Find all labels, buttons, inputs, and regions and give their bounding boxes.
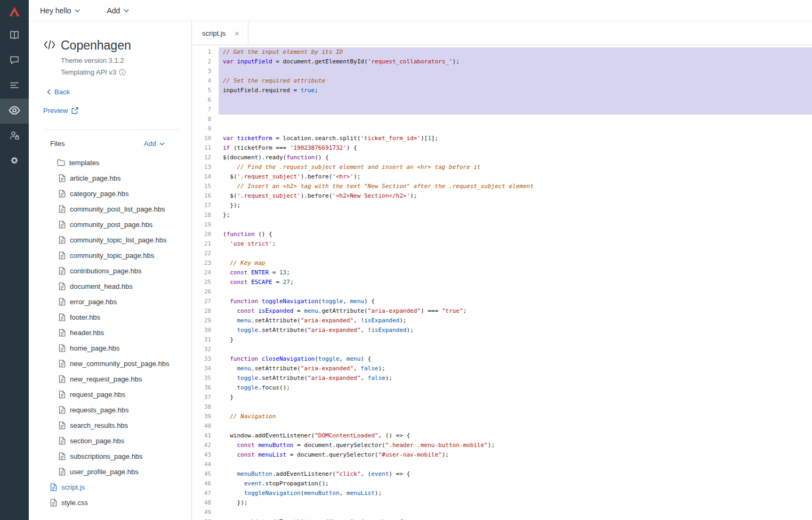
- code-line[interactable]: (function () {: [219, 230, 812, 239]
- code-line[interactable]: [219, 249, 812, 258]
- code-line[interactable]: 'use strict';: [219, 239, 812, 249]
- code-line[interactable]: [219, 460, 812, 469]
- code-line[interactable]: event.stopPropagation();: [219, 479, 812, 489]
- code-line[interactable]: }: [219, 335, 812, 345]
- file-item[interactable]: document_head.hbs: [29, 279, 191, 294]
- code-line[interactable]: // Set the required attribute: [219, 76, 812, 86]
- code-line[interactable]: [219, 220, 812, 230]
- folder-item[interactable]: templates: [29, 155, 191, 170]
- add-menu-dropdown[interactable]: Add: [107, 6, 129, 15]
- file-item[interactable]: header.hbs: [29, 325, 191, 340]
- file-item[interactable]: error_page.hbs: [29, 294, 191, 310]
- code-line[interactable]: function toggleNavigation(toggle, menu) …: [219, 297, 812, 306]
- file-item[interactable]: community_post_list_page.hbs: [29, 201, 191, 217]
- editor-tabbar: script.js ×: [192, 21, 812, 45]
- code-line[interactable]: [219, 67, 812, 76]
- code-line[interactable]: [219, 421, 812, 431]
- file-item[interactable]: contributions_page.hbs: [29, 263, 191, 279]
- file-item[interactable]: search_results.hbs: [29, 418, 191, 433]
- app-sidebar: [0, 0, 29, 520]
- file-item[interactable]: community_post_page.hbs: [29, 217, 191, 232]
- file-item[interactable]: request_page.hbs: [29, 387, 191, 402]
- code-line[interactable]: const ENTER = 13;: [219, 268, 812, 278]
- code-line[interactable]: // Find the .request_subject element and…: [219, 162, 812, 172]
- file-label: community_topic_page.hbs: [70, 251, 154, 259]
- file-item[interactable]: script.js: [29, 480, 191, 495]
- file-item[interactable]: community_topic_page.hbs: [29, 248, 191, 263]
- code-editor-panel: script.js × 1234567891011121314151617181…: [192, 21, 812, 520]
- code-line[interactable]: [219, 115, 812, 124]
- nav-user-permissions[interactable]: [0, 124, 29, 149]
- code-line[interactable]: $(document).ready(function() {: [219, 153, 812, 162]
- code-line[interactable]: // Key map: [219, 258, 812, 268]
- code-editor[interactable]: 1234567891011121314151617181920212223242…: [192, 45, 812, 520]
- code-line[interactable]: [219, 345, 812, 354]
- nav-arrange-content[interactable]: [0, 74, 29, 99]
- brand-logo[interactable]: [0, 0, 29, 23]
- code-line[interactable]: toggleNavigation(menuButton, menuList);: [219, 489, 812, 498]
- nav-community[interactable]: [0, 48, 29, 74]
- code-line[interactable]: [219, 105, 812, 115]
- file-item[interactable]: community_topic_list_page.hbs: [29, 232, 191, 248]
- code-line[interactable]: $('.request_subject').before('<hr>');: [219, 172, 812, 182]
- code-line[interactable]: });: [219, 201, 812, 210]
- code-line[interactable]: var inputField = document.getElementById…: [219, 57, 812, 67]
- code-line[interactable]: menu.setAttribute("aria-expanded", !isEx…: [219, 316, 812, 326]
- file-item[interactable]: article_page.hbs: [29, 170, 191, 186]
- line-number: 20: [192, 230, 211, 239]
- line-number: 13: [192, 162, 211, 172]
- code-line[interactable]: [219, 508, 812, 517]
- info-icon[interactable]: [119, 69, 126, 76]
- close-tab-icon[interactable]: ×: [235, 29, 239, 37]
- file-item[interactable]: new_request_page.hbs: [29, 371, 191, 387]
- code-line[interactable]: const menuButton = document.querySelecto…: [219, 441, 812, 450]
- code-line[interactable]: toggle.focus();: [219, 383, 812, 393]
- tab-script-js[interactable]: script.js ×: [192, 21, 248, 45]
- code-line[interactable]: inputField.required = true;: [219, 86, 812, 95]
- code-line[interactable]: [219, 287, 812, 297]
- file-item[interactable]: footer.hbs: [29, 310, 191, 325]
- code-line[interactable]: // Insert an <h2> tag with the text "New…: [219, 182, 812, 191]
- file-label: script.js: [61, 483, 85, 491]
- code-line[interactable]: [219, 402, 812, 412]
- code-line[interactable]: $('.request_subject').before('<h2>New Se…: [219, 191, 812, 201]
- file-item[interactable]: user_profile_page.hbs: [29, 464, 191, 480]
- file-label: search_results.hbs: [70, 421, 128, 429]
- file-item[interactable]: home_page.hbs: [29, 340, 191, 356]
- code-line[interactable]: const ESCAPE = 27;: [219, 278, 812, 287]
- code-line[interactable]: var ticketForm = location.search.split('…: [219, 134, 812, 143]
- code-line[interactable]: menuList.addEventListener("keyup", (even…: [219, 517, 812, 520]
- code-line[interactable]: function closeNavigation(toggle, menu) {: [219, 354, 812, 364]
- file-item[interactable]: category_page.hbs: [29, 186, 191, 201]
- nav-settings[interactable]: [0, 149, 29, 174]
- code-line[interactable]: toggle.setAttribute("aria-expanded", !is…: [219, 326, 812, 335]
- preview-link[interactable]: Preview: [43, 107, 78, 115]
- files-add-dropdown[interactable]: Add: [144, 140, 165, 148]
- file-item[interactable]: subscriptions_page.hbs: [29, 449, 191, 464]
- file-item[interactable]: section_page.hbs: [29, 433, 191, 449]
- code-line[interactable]: const menuList = document.querySelector(…: [219, 450, 812, 460]
- code-line[interactable]: });: [219, 498, 812, 508]
- code-line[interactable]: menu.setAttribute("aria-expanded", false…: [219, 364, 812, 373]
- code-line[interactable]: menuButton.addEventListener("click", (ev…: [219, 469, 812, 479]
- nav-customize-design[interactable]: [0, 99, 29, 124]
- code-line[interactable]: // Get the input element by its ID: [219, 47, 812, 57]
- code-content[interactable]: // Get the input element by its IDvar in…: [219, 45, 812, 520]
- code-line[interactable]: const isExpanded = menu.getAttribute("ar…: [219, 306, 812, 316]
- code-line[interactable]: if (ticketForm === '19023876691732') {: [219, 143, 812, 153]
- code-line[interactable]: window.addEventListener("DOMContentLoade…: [219, 431, 812, 441]
- back-link[interactable]: Back: [47, 88, 70, 96]
- document-icon: [59, 267, 66, 275]
- code-line[interactable]: toggle.setAttribute("aria-expanded", fal…: [219, 373, 812, 383]
- file-item[interactable]: requests_page.hbs: [29, 402, 191, 418]
- code-line[interactable]: // Navigation: [219, 412, 812, 421]
- code-line[interactable]: };: [219, 210, 812, 220]
- nav-knowledge-base[interactable]: [0, 23, 29, 48]
- brand-menu-dropdown[interactable]: Hey hello: [40, 6, 80, 15]
- code-line[interactable]: [219, 124, 812, 134]
- file-item[interactable]: style.css: [29, 495, 191, 510]
- code-line[interactable]: [219, 95, 812, 105]
- file-label: subscriptions_page.hbs: [70, 452, 143, 460]
- code-line[interactable]: }: [219, 393, 812, 402]
- file-item[interactable]: new_community_post_page.hbs: [29, 356, 191, 371]
